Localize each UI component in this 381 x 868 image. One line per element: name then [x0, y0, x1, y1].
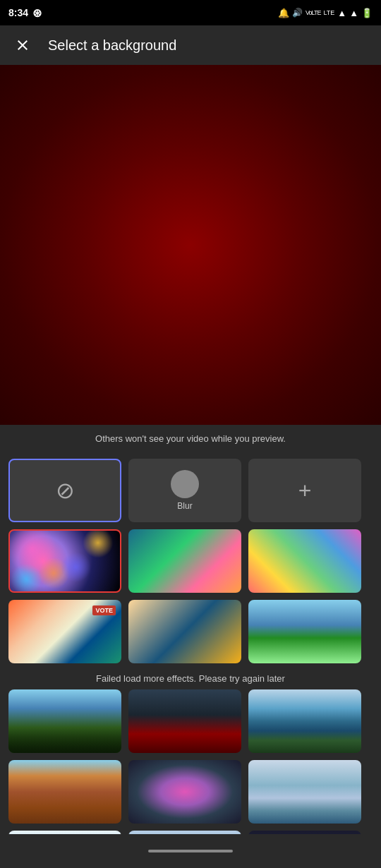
alarm-icon: 🔔	[278, 8, 289, 18]
nav-indicator	[148, 850, 233, 852]
top-bar: Select a background	[0, 25, 381, 65]
option-mosaic[interactable]	[248, 529, 361, 593]
option-vote[interactable]: VOTE	[8, 600, 121, 663]
none-icon: ⊘	[56, 477, 75, 504]
option-none[interactable]: ⊘	[8, 459, 121, 522]
battery-icon: 🔋	[361, 8, 373, 18]
volte-icon: VoLTE	[306, 9, 320, 16]
option-biplane[interactable]	[248, 760, 361, 824]
blur-avatar	[171, 470, 199, 498]
option-galaxy[interactable]	[128, 760, 241, 824]
add-icon: +	[298, 478, 312, 504]
options-row-2	[8, 529, 373, 593]
error-message: Failed load more effects. Please try aga…	[96, 673, 285, 684]
status-time: 8:34	[8, 7, 28, 18]
option-blur[interactable]: Blur	[128, 459, 241, 522]
options-row-1: ⊘ Blur +	[8, 459, 373, 522]
options-row-5	[8, 760, 373, 824]
option-canyon[interactable]	[8, 760, 121, 824]
option-festival[interactable]	[8, 689, 121, 753]
lte-icon: LTE	[323, 9, 334, 16]
signal-icon: ▲	[337, 8, 346, 18]
options-row-4	[8, 689, 373, 753]
blur-label: Blur	[177, 501, 192, 511]
status-icons: 🔔 🔊 VoLTE LTE ▲ ▲ 🔋	[278, 8, 373, 18]
preview-area	[0, 65, 381, 425]
status-bar: 8:34 ⊛ 🔔 🔊 VoLTE LTE ▲ ▲ 🔋	[0, 0, 381, 25]
option-bokeh[interactable]	[8, 529, 121, 593]
error-row: Failed load more effects. Please try aga…	[8, 670, 373, 689]
notice-bar: Others won't see your video while you pr…	[0, 425, 381, 452]
option-lake[interactable]	[248, 600, 361, 663]
volume-icon: 🔊	[292, 8, 303, 18]
spotify-icon: ⊛	[32, 6, 42, 20]
option-dark-crowd[interactable]	[128, 689, 241, 753]
option-add[interactable]: +	[248, 459, 361, 522]
options-row-3: VOTE	[8, 600, 373, 663]
background-options: ⊘ Blur + VOTE Failed load mor	[0, 452, 381, 868]
wifi-icon: ▲	[349, 8, 358, 18]
page-title: Select a background	[48, 37, 176, 54]
bottom-nav	[0, 834, 381, 868]
notice-text: Others won't see your video while you pr…	[95, 433, 286, 444]
option-colorful-flow[interactable]	[128, 529, 241, 593]
close-button[interactable]	[11, 34, 34, 56]
option-mountains[interactable]	[248, 689, 361, 753]
option-carousel[interactable]	[128, 600, 241, 663]
